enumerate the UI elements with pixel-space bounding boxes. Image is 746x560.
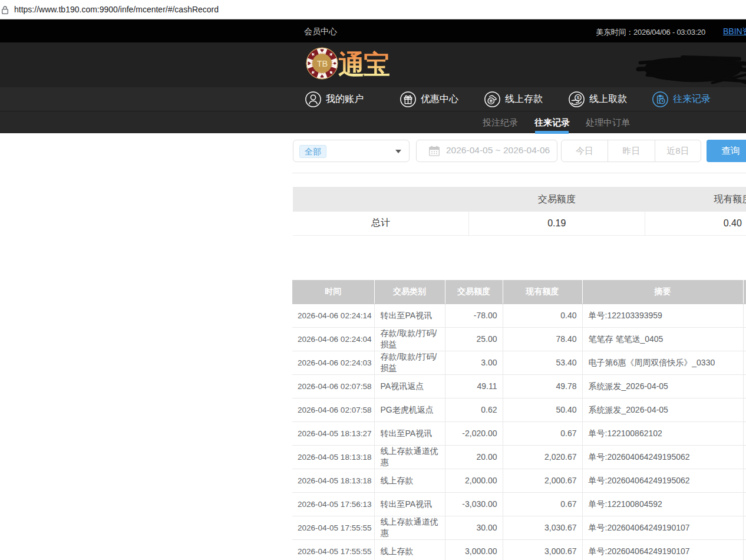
svg-text:TB: TB [317,59,328,68]
svg-text:$: $ [577,95,580,100]
